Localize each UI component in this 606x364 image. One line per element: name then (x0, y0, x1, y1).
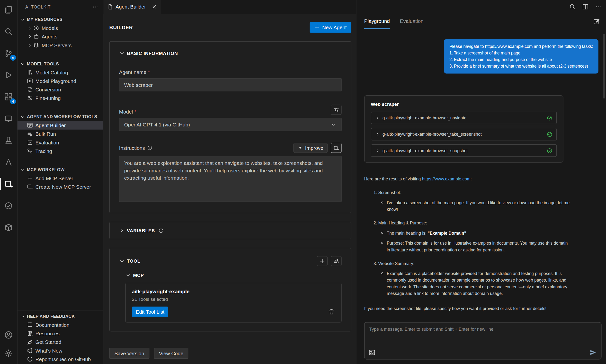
scrollbar-thumb[interactable] (603, 34, 605, 98)
circle-bullet-icon (381, 272, 383, 274)
tool-header-row: TOOL (119, 256, 342, 266)
activity-remote-explorer-icon[interactable] (0, 110, 17, 127)
tool-settings-button[interactable] (331, 256, 342, 266)
activity-source-control-icon[interactable]: 5 (0, 44, 17, 62)
tool-call-row[interactable]: g-aitk-playwright-example-browser_take_s… (371, 128, 557, 140)
sidebar-section-mcp-workflow: MCP WORKFLOWAdd MCP ServerCreate New MCP… (17, 165, 103, 191)
sidebar-item-report-issues-on-github[interactable]: Report Issues on GitHub (17, 355, 103, 363)
sidebar-item-agents[interactable]: Agents (17, 32, 103, 41)
section-label: MODEL TOOLS (27, 62, 59, 66)
activity-package-icon[interactable] (0, 219, 17, 236)
send-icon[interactable] (590, 349, 596, 356)
sidebar-item-bulk-run[interactable]: Bulk Run (17, 130, 103, 138)
new-chat-icon[interactable] (593, 18, 600, 25)
item-label: Conversion (36, 87, 61, 92)
search-icon[interactable] (569, 3, 576, 10)
sidebar-item-agent-builder[interactable]: Agent Builder (17, 121, 103, 130)
split-editor-icon[interactable] (582, 3, 589, 10)
item-label: Agents (42, 34, 57, 39)
activity-account-icon[interactable] (0, 326, 17, 344)
basic-information-header[interactable]: BASIC INFORMATION (119, 50, 342, 56)
sidebar-item-what-s-new[interactable]: What's New (17, 346, 103, 355)
tracing-icon (27, 148, 33, 154)
section-header-help-and-feedback[interactable]: HELP AND FEEDBACK (17, 312, 103, 321)
item-label: Bulk Run (36, 131, 56, 137)
activity-ai-studio-icon[interactable] (0, 153, 17, 171)
tool-call-row[interactable]: g-aitk-playwright-example-browser_snapsh… (371, 144, 557, 157)
new-agent-button[interactable]: New Agent (310, 22, 351, 33)
agent-name-input[interactable]: Web scraper (119, 78, 342, 91)
save-version-button[interactable]: Save Version (109, 348, 149, 359)
info-icon (158, 228, 164, 233)
item-label: Tracing (36, 148, 52, 154)
sidebar-item-documentation[interactable]: Documentation (17, 321, 103, 329)
model-select[interactable]: OpenAI GPT-4.1 (via GitHub) (119, 118, 342, 131)
sidebar-item-models[interactable]: Models (17, 24, 103, 32)
message-input-box (364, 322, 602, 360)
result-item: 2. Main Heading & Purpose:The main headi… (364, 220, 571, 253)
sidebar-item-model-playground[interactable]: Model Playground (17, 77, 103, 85)
instructions-textarea[interactable]: You are a web exploration assistant that… (119, 156, 342, 202)
sidebar-item-tracing[interactable]: Tracing (17, 147, 103, 155)
add-tool-button[interactable] (317, 256, 328, 266)
activity-bar-bottom (0, 326, 17, 364)
tab-evaluation-label: Evaluation (400, 18, 423, 24)
sidebar-item-get-started[interactable]: Get Started (17, 338, 103, 346)
trash-icon[interactable] (328, 308, 335, 315)
activity-explorer-icon[interactable] (0, 1, 17, 18)
activity-test-explorer-icon[interactable] (0, 197, 17, 214)
check-circle-icon (547, 131, 553, 137)
tool-call-row[interactable]: g-aitk-playwright-example-browser_naviga… (371, 112, 557, 124)
generate-button[interactable] (331, 143, 342, 153)
sidebar-item-evaluation[interactable]: Evaluation (17, 138, 103, 147)
sidebar-item-mcp-servers[interactable]: MCP Servers (17, 41, 103, 49)
section-header-mcp-workflow[interactable]: MCP WORKFLOW (17, 165, 103, 174)
section-header-agent-and-workflow-tools[interactable]: AGENT AND WORKFLOW TOOLS (17, 112, 103, 121)
sidebar-item-resources[interactable]: Resources (17, 329, 103, 338)
section-header-my-resources[interactable]: MY RESOURCES (17, 15, 103, 24)
activity-search-icon[interactable] (0, 23, 17, 40)
sidebar-item-model-catalog[interactable]: Model Catalog (17, 68, 103, 77)
result-link[interactable]: https://www.example.com (422, 177, 471, 181)
close-icon[interactable] (152, 4, 157, 10)
tab-evaluation[interactable]: Evaluation (400, 14, 423, 29)
message-input[interactable] (364, 322, 601, 359)
edit-tool-list-button[interactable]: Edit Tool List (132, 307, 168, 317)
activity-run-debug-icon[interactable] (0, 66, 17, 84)
item-label: Documentation (36, 322, 70, 328)
activity-beaker-icon[interactable] (0, 131, 17, 149)
view-code-button[interactable]: View Code (154, 348, 188, 359)
image-icon[interactable] (368, 349, 375, 356)
mcp-header[interactable]: MCP (125, 272, 342, 278)
tab-playground[interactable]: Playground (364, 14, 390, 29)
tool-card: TOOL MCP aitk-play (109, 248, 351, 331)
result-item-title: 1. Screenshot: (374, 189, 571, 196)
more-icon[interactable] (595, 3, 601, 10)
check-circle-icon (547, 115, 553, 121)
more-actions-icon[interactable] (92, 4, 99, 10)
model-settings-button[interactable] (331, 104, 342, 115)
result-item-title: 3. Website Summary: (374, 260, 571, 267)
variables-header[interactable]: VARIABLES (119, 228, 342, 234)
activity-badge: 4 (10, 98, 16, 104)
user-message-line: 2. Extract the main heading and purpose … (449, 56, 593, 63)
improve-button[interactable]: Improve (293, 143, 328, 153)
sparkle-icon (298, 145, 303, 151)
activity-extensions-icon[interactable]: 4 (0, 88, 17, 105)
check-circle-icon (547, 148, 553, 154)
new-window-icon (27, 183, 33, 190)
tool-header[interactable]: TOOL (119, 258, 141, 264)
chevron-down-icon (20, 313, 26, 319)
activity-agent-builder-icon[interactable] (0, 175, 17, 193)
sidebar-item-conversion[interactable]: Conversion (17, 85, 103, 94)
activity-settings-gear-icon[interactable] (0, 344, 17, 362)
ai-studio-icon (4, 158, 13, 166)
convert-icon (27, 86, 33, 93)
sidebar-item-add-mcp-server[interactable]: Add MCP Server (17, 174, 103, 182)
improve-label: Improve (305, 145, 323, 151)
section-header-model-tools[interactable]: MODEL TOOLS (17, 60, 103, 68)
sidebar-item-create-new-mcp-server[interactable]: Create New MCP Server (17, 182, 103, 191)
chevron-right-icon (375, 132, 380, 137)
sidebar-item-fine-tuning[interactable]: Fine-tuning (17, 94, 103, 102)
tab-agent-builder[interactable]: Agent Builder (103, 0, 161, 14)
